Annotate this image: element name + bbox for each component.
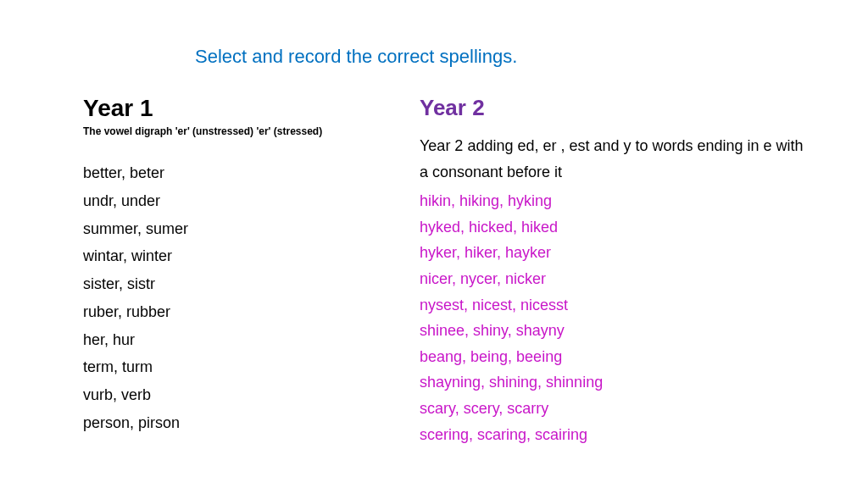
list-item: shayning, shining, shinning <box>420 369 810 396</box>
year2-list: hikin, hiking, hyking hyked, hicked, hik… <box>420 188 810 447</box>
list-item: person, pirson <box>83 409 405 437</box>
list-item: better, beter <box>83 159 405 187</box>
list-item: term, turm <box>83 353 405 381</box>
list-item: scary, scery, scarry <box>420 396 810 422</box>
list-item: nysest, nicest, nicesst <box>420 292 810 319</box>
list-item: ruber, rubber <box>83 298 405 326</box>
year1-heading: Year 1 <box>83 95 405 122</box>
year2-heading: Year 2 <box>420 95 810 121</box>
list-item: sister, sistr <box>83 270 405 298</box>
list-item: her, hur <box>83 326 405 354</box>
year2-subheading: Year 2 adding ed, er , est and y to word… <box>420 133 810 185</box>
list-item: beang, being, beeing <box>420 344 810 370</box>
list-item: wintar, winter <box>83 242 405 270</box>
list-item: hyker, hiker, hayker <box>420 240 810 266</box>
year1-subheading: The vowel digraph 'er' (unstressed) 'er'… <box>83 125 405 137</box>
year2-column: Year 2 Year 2 adding ed, er , est and y … <box>420 95 810 447</box>
instruction-text: Select and record the correct spellings. <box>195 46 517 68</box>
year1-column: Year 1 The vowel digraph 'er' (unstresse… <box>83 95 405 437</box>
list-item: vurb, verb <box>83 381 405 409</box>
list-item: hikin, hiking, hyking <box>420 188 810 214</box>
list-item: summer, sumer <box>83 215 405 243</box>
list-item: nicer, nycer, nicker <box>420 266 810 292</box>
list-item: scering, scaring, scairing <box>420 422 810 448</box>
list-item: shinee, shiny, shayny <box>420 318 810 344</box>
year1-list: better, beter undr, under summer, sumer … <box>83 159 405 437</box>
list-item: undr, under <box>83 187 405 215</box>
list-item: hyked, hicked, hiked <box>420 214 810 241</box>
